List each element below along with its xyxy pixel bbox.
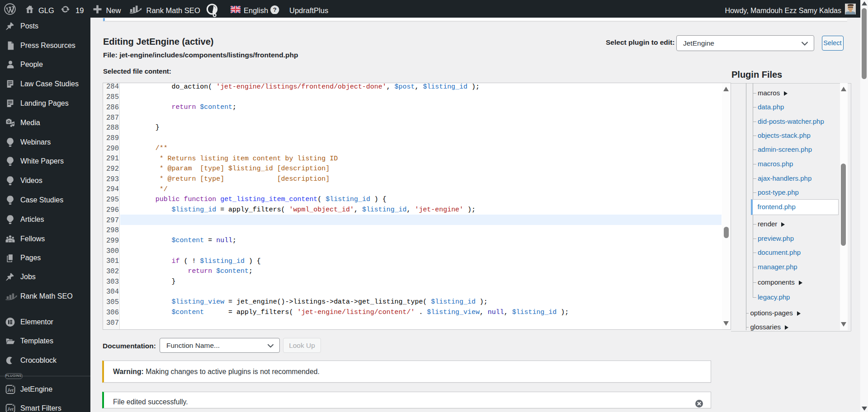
- svg-text:Jet: Jet: [7, 406, 14, 412]
- svg-text:?: ?: [273, 6, 277, 13]
- svg-text:Jet: Jet: [7, 387, 14, 393]
